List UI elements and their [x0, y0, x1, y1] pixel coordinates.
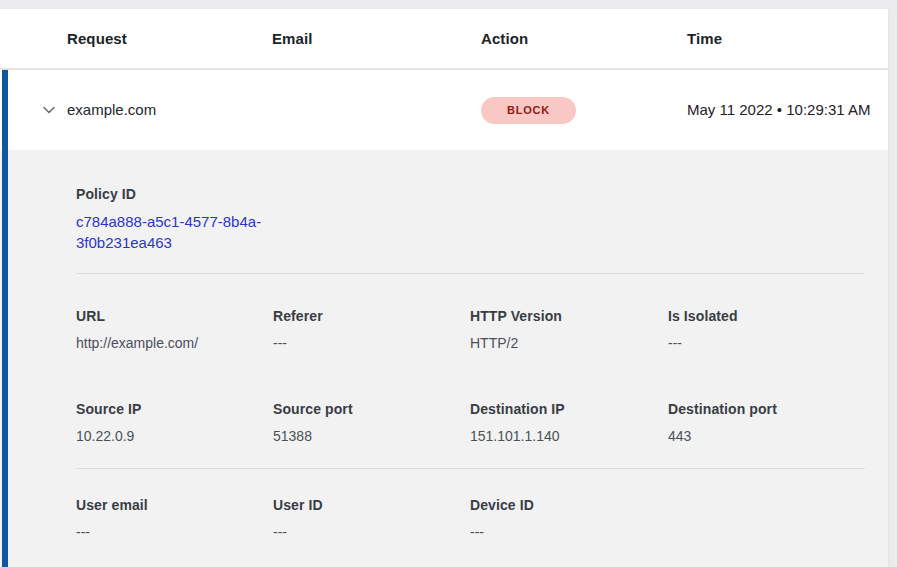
field-value: --- — [273, 524, 470, 540]
time-value: May 11 2022 • 10:29:31 AM — [687, 98, 882, 121]
field-source-ip: Source IP 10.22.0.9 — [76, 401, 273, 444]
field-label: User ID — [273, 497, 470, 513]
field-value: 51388 — [273, 428, 470, 444]
selected-row-accent-bar — [2, 70, 8, 567]
detail-field-row: URL http://example.com/ Referer --- HTTP… — [76, 308, 865, 351]
field-destination-ip: Destination IP 151.101.1.140 — [470, 401, 668, 444]
table-header: Request Email Action Time — [0, 9, 888, 70]
field-value: --- — [76, 524, 273, 540]
field-label: Is Isolated — [668, 308, 865, 324]
field-http-version: HTTP Version HTTP/2 — [470, 308, 668, 351]
field-destination-port: Destination port 443 — [668, 401, 865, 444]
section-divider — [76, 468, 865, 469]
field-url: URL http://example.com/ — [76, 308, 273, 351]
detail-field-row: Source IP 10.22.0.9 Source port 51388 De… — [76, 401, 865, 444]
field-value: HTTP/2 — [470, 335, 668, 351]
field-source-port: Source port 51388 — [273, 401, 470, 444]
field-value: 10.22.0.9 — [76, 428, 273, 444]
field-label: User email — [76, 497, 273, 513]
field-value: --- — [668, 335, 865, 351]
field-user-id: User ID --- — [273, 497, 470, 540]
field-device-id: Device ID --- — [470, 497, 668, 540]
field-referer: Referer --- — [273, 308, 470, 351]
log-table: Request Email Action Time example.com BL… — [0, 9, 888, 567]
chevron-down-icon[interactable] — [41, 102, 57, 118]
action-block-badge: BLOCK — [481, 97, 576, 124]
column-header-email: Email — [272, 30, 481, 47]
field-label: Referer — [273, 308, 470, 324]
field-label: Destination IP — [470, 401, 668, 417]
field-label: Source port — [273, 401, 470, 417]
field-label: Device ID — [470, 497, 668, 513]
field-value: --- — [273, 335, 470, 351]
policy-id-link[interactable]: c784a888-a5c1-4577-8b4a-3f0b231ea463 — [76, 211, 288, 253]
row-details-panel: Policy ID c784a888-a5c1-4577-8b4a-3f0b23… — [0, 150, 888, 567]
policy-section: Policy ID c784a888-a5c1-4577-8b4a-3f0b23… — [76, 186, 865, 253]
request-value: example.com — [67, 101, 156, 118]
column-header-time: Time — [687, 30, 888, 47]
field-empty — [668, 497, 865, 540]
field-label: Destination port — [668, 401, 865, 417]
field-value: --- — [470, 524, 668, 540]
request-log-page: Request Email Action Time example.com BL… — [0, 0, 897, 567]
field-label: HTTP Version — [470, 308, 668, 324]
field-user-email: User email --- — [76, 497, 273, 540]
policy-id-label: Policy ID — [76, 186, 865, 202]
field-label: URL — [76, 308, 273, 324]
column-header-request: Request — [67, 30, 272, 47]
field-label: Source IP — [76, 401, 273, 417]
field-value: 151.101.1.140 — [470, 428, 668, 444]
column-header-action: Action — [481, 30, 687, 47]
section-divider — [76, 273, 865, 274]
field-value: http://example.com/ — [76, 335, 273, 351]
field-is-isolated: Is Isolated --- — [668, 308, 865, 351]
table-row[interactable]: example.com BLOCK May 11 2022 • 10:29:31… — [0, 70, 888, 150]
detail-field-row: User email --- User ID --- Device ID --- — [76, 497, 865, 540]
field-value: 443 — [668, 428, 865, 444]
